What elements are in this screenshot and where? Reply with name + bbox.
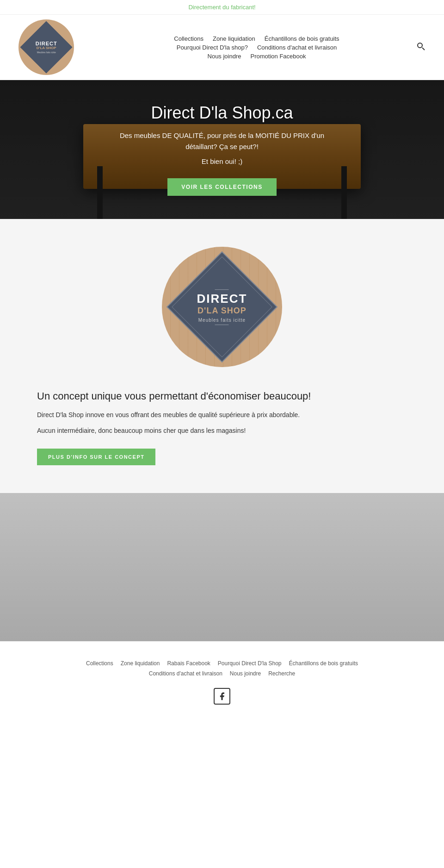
concept-heading: Un concept unique vous permettant d'écon… [37, 390, 407, 402]
concept-para1: Direct D'la Shop innove en vous offrant … [37, 410, 407, 421]
big-logo-line3: Meubles faits icitte [197, 318, 247, 323]
logo-circle: DIRECT D'LA SHOP Meubles faits icitte [18, 19, 74, 75]
nav-echantillons[interactable]: Échantillons de bois gratuits [265, 35, 339, 42]
footer-links-row2: Conditions d'achat et livraison Nous joi… [18, 670, 426, 677]
footer-link-joindre[interactable]: Nous joindre [230, 670, 261, 677]
nav-pourquoi[interactable]: Pourquoi Direct D'la shop? [177, 44, 248, 51]
svg-point-0 [418, 43, 422, 48]
hero-content: Direct D'la Shop.ca Des meubles DE QUALI… [106, 103, 338, 196]
header: DIRECT D'LA SHOP Meubles faits icitte Co… [0, 15, 444, 80]
footer-link-pourquoi[interactable]: Pourquoi Direct D'la Shop [218, 660, 282, 667]
nav-row-2: Pourquoi Direct D'la shop? Conditions d'… [177, 44, 337, 51]
topbar-link[interactable]: Directement du fabricant! [188, 4, 255, 11]
nav-zone-liquidation[interactable]: Zone liquidation [213, 35, 255, 42]
nav-collections[interactable]: Collections [174, 35, 204, 42]
nav-facebook-promo[interactable]: Promotion Facebook [251, 53, 306, 60]
footer-link-echantillons[interactable]: Échantillons de bois gratuits [289, 660, 358, 667]
svg-line-1 [422, 48, 425, 50]
logo-line3: Meubles faits icitte [36, 51, 57, 54]
concept-cta-button[interactable]: PLUS D'INFO SUR LE CONCEPT [37, 449, 155, 465]
nav-conditions[interactable]: Conditions d'achat et livraison [257, 44, 337, 51]
hero-section: Direct D'la Shop.ca Des meubles DE QUALI… [0, 80, 444, 219]
footer-links-row1: Collections Zone liquidation Rabais Face… [18, 660, 426, 667]
nav-joindre[interactable]: Nous joindre [208, 53, 241, 60]
footer-link-recherche[interactable]: Recherche [268, 670, 295, 677]
concept-text: Un concept unique vous permettant d'écon… [37, 390, 407, 465]
hero-tagline: Et bien oui! ;) [106, 156, 338, 167]
search-icon[interactable] [416, 42, 426, 53]
about-section: DIRECT D'LA SHOP Meubles faits icitte Un… [0, 219, 444, 493]
logo[interactable]: DIRECT D'LA SHOP Meubles faits icitte [18, 19, 83, 75]
footer-link-conditions[interactable]: Conditions d'achat et livraison [149, 670, 222, 677]
footer-link-rabais[interactable]: Rabais Facebook [167, 660, 210, 667]
big-logo: DIRECT D'LA SHOP Meubles faits icitte [162, 247, 282, 367]
big-logo-line2: D'LA SHOP [197, 306, 247, 316]
footer-social [18, 688, 426, 705]
logo-line2: D'LA SHOP [36, 46, 57, 50]
nav-row-3: Nous joindre Promotion Facebook [208, 53, 306, 60]
logo-line1: DIRECT [36, 41, 57, 46]
footer: Collections Zone liquidation Rabais Face… [0, 641, 444, 714]
top-bar: Directement du fabricant! [0, 0, 444, 15]
logo-diamond-inner: DIRECT D'LA SHOP Meubles faits icitte [36, 41, 57, 54]
gray-section [0, 493, 444, 641]
main-nav: Collections Zone liquidation Échantillon… [97, 35, 416, 60]
big-logo-line1: DIRECT [197, 292, 247, 306]
big-logo-diamond: DIRECT D'LA SHOP Meubles faits icitte [166, 251, 278, 362]
hero-text: Des meubles DE QUALITÉ, pour près de la … [106, 130, 338, 152]
logo-dash-bottom [215, 325, 229, 325]
hero-title: Direct D'la Shop.ca [106, 103, 338, 123]
big-logo-circle: DIRECT D'LA SHOP Meubles faits icitte [162, 247, 282, 367]
footer-link-collections[interactable]: Collections [86, 660, 113, 667]
hero-cta-button[interactable]: VOIR LES COLLECTIONS [167, 178, 276, 196]
logo-diamond: DIRECT D'LA SHOP Meubles faits icitte [20, 21, 72, 73]
facebook-icon[interactable] [214, 688, 230, 705]
big-logo-diamond-inner: DIRECT D'LA SHOP Meubles faits icitte [197, 287, 247, 327]
nav-row-1: Collections Zone liquidation Échantillon… [174, 35, 339, 42]
logo-dash-top [215, 289, 229, 290]
footer-link-zone[interactable]: Zone liquidation [121, 660, 160, 667]
concept-para2: Aucun intermédiaire, donc beaucoup moins… [37, 425, 407, 437]
